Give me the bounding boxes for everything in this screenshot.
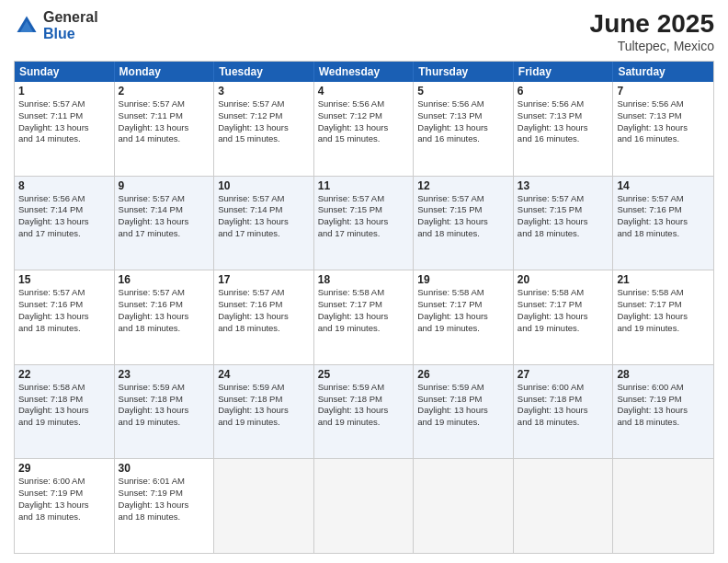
day-info: Sunrise: 5:56 AMSunset: 7:13 PMDaylight:… [417, 98, 509, 145]
day-number: 2 [119, 85, 210, 98]
day-info: Sunrise: 5:58 AMSunset: 7:17 PMDaylight:… [518, 287, 609, 334]
day-number: 11 [318, 179, 410, 192]
day-info: Sunrise: 5:56 AMSunset: 7:14 PMDaylight:… [18, 193, 110, 240]
day-number: 20 [518, 273, 609, 286]
day-info: Sunrise: 5:56 AMSunset: 7:12 PMDaylight:… [318, 98, 410, 145]
page: General Blue June 2025 Tultepec, Mexico … [0, 0, 728, 563]
calendar-row: 1Sunrise: 5:57 AMSunset: 7:11 PMDaylight… [15, 82, 713, 176]
calendar-row: 15Sunrise: 5:57 AMSunset: 7:16 PMDayligh… [15, 270, 713, 364]
title-block: June 2025 Tultepec, Mexico [590, 9, 714, 53]
cal-cell: 19Sunrise: 5:58 AMSunset: 7:17 PMDayligh… [414, 270, 514, 364]
day-info: Sunrise: 5:58 AMSunset: 7:17 PMDaylight:… [617, 287, 710, 334]
day-number: 6 [518, 85, 609, 98]
day-number: 18 [318, 273, 410, 286]
cal-cell [613, 459, 713, 553]
cal-cell: 20Sunrise: 5:58 AMSunset: 7:17 PMDayligh… [514, 270, 614, 364]
day-number: 3 [218, 85, 310, 98]
day-number: 27 [518, 368, 609, 381]
day-info: Sunrise: 6:00 AMSunset: 7:19 PMDaylight:… [617, 382, 710, 429]
day-number: 19 [417, 273, 509, 286]
cal-cell: 26Sunrise: 5:59 AMSunset: 7:18 PMDayligh… [414, 365, 514, 459]
cal-cell: 16Sunrise: 5:57 AMSunset: 7:16 PMDayligh… [115, 270, 215, 364]
cal-header-cell: Saturday [613, 62, 713, 82]
day-info: Sunrise: 5:59 AMSunset: 7:18 PMDaylight:… [119, 382, 210, 429]
day-info: Sunrise: 5:57 AMSunset: 7:15 PMDaylight:… [417, 193, 509, 240]
day-info: Sunrise: 5:57 AMSunset: 7:11 PMDaylight:… [119, 98, 210, 145]
day-number: 21 [617, 273, 710, 286]
cal-cell: 3Sunrise: 5:57 AMSunset: 7:12 PMDaylight… [214, 82, 314, 176]
calendar: SundayMondayTuesdayWednesdayThursdayFrid… [14, 61, 714, 554]
cal-cell: 28Sunrise: 6:00 AMSunset: 7:19 PMDayligh… [613, 365, 713, 459]
calendar-header-row: SundayMondayTuesdayWednesdayThursdayFrid… [15, 62, 713, 82]
day-info: Sunrise: 5:57 AMSunset: 7:11 PMDaylight:… [18, 98, 110, 145]
cal-cell: 8Sunrise: 5:56 AMSunset: 7:14 PMDaylight… [15, 177, 115, 270]
cal-cell: 13Sunrise: 5:57 AMSunset: 7:15 PMDayligh… [514, 177, 614, 270]
day-number: 22 [18, 368, 110, 381]
subtitle: Tultepec, Mexico [590, 39, 714, 53]
day-info: Sunrise: 5:56 AMSunset: 7:13 PMDaylight:… [518, 98, 609, 145]
day-number: 9 [119, 179, 210, 192]
day-number: 16 [119, 273, 210, 286]
cal-header-cell: Sunday [15, 62, 115, 82]
cal-cell: 5Sunrise: 5:56 AMSunset: 7:13 PMDaylight… [414, 82, 514, 176]
logo-text: General Blue [43, 9, 98, 41]
cal-header-cell: Friday [514, 62, 614, 82]
day-number: 5 [417, 85, 509, 98]
day-info: Sunrise: 5:57 AMSunset: 7:12 PMDaylight:… [218, 98, 310, 145]
day-info: Sunrise: 5:57 AMSunset: 7:16 PMDaylight:… [617, 193, 710, 240]
day-number: 25 [318, 368, 410, 381]
cal-cell: 14Sunrise: 5:57 AMSunset: 7:16 PMDayligh… [613, 177, 713, 270]
logo-icon [14, 13, 40, 39]
day-info: Sunrise: 5:59 AMSunset: 7:18 PMDaylight:… [417, 382, 509, 429]
cal-cell: 6Sunrise: 5:56 AMSunset: 7:13 PMDaylight… [514, 82, 614, 176]
cal-cell: 4Sunrise: 5:56 AMSunset: 7:12 PMDaylight… [314, 82, 415, 176]
day-info: Sunrise: 6:00 AMSunset: 7:18 PMDaylight:… [518, 382, 609, 429]
calendar-row: 22Sunrise: 5:58 AMSunset: 7:18 PMDayligh… [15, 364, 713, 459]
cal-cell: 17Sunrise: 5:57 AMSunset: 7:16 PMDayligh… [214, 270, 314, 364]
day-number: 13 [518, 179, 609, 192]
day-number: 8 [18, 179, 110, 192]
cal-cell [414, 459, 514, 553]
logo: General Blue [14, 9, 98, 41]
cal-cell: 23Sunrise: 5:59 AMSunset: 7:18 PMDayligh… [115, 365, 215, 459]
calendar-row: 29Sunrise: 6:00 AMSunset: 7:19 PMDayligh… [15, 458, 713, 553]
day-number: 29 [18, 462, 110, 475]
day-info: Sunrise: 5:57 AMSunset: 7:16 PMDaylight:… [18, 287, 110, 334]
main-title: June 2025 [590, 9, 714, 39]
cal-cell: 11Sunrise: 5:57 AMSunset: 7:15 PMDayligh… [314, 177, 415, 270]
day-number: 24 [218, 368, 310, 381]
day-info: Sunrise: 5:58 AMSunset: 7:17 PMDaylight:… [318, 287, 410, 334]
day-number: 28 [617, 368, 710, 381]
day-info: Sunrise: 5:57 AMSunset: 7:15 PMDaylight:… [518, 193, 609, 240]
cal-cell: 1Sunrise: 5:57 AMSunset: 7:11 PMDaylight… [15, 82, 115, 176]
day-number: 12 [417, 179, 509, 192]
day-info: Sunrise: 6:00 AMSunset: 7:19 PMDaylight:… [18, 476, 110, 523]
day-info: Sunrise: 5:57 AMSunset: 7:14 PMDaylight:… [218, 193, 310, 240]
cal-cell: 9Sunrise: 5:57 AMSunset: 7:14 PMDaylight… [115, 177, 215, 270]
day-number: 14 [617, 179, 710, 192]
day-number: 4 [318, 85, 410, 98]
calendar-body: 1Sunrise: 5:57 AMSunset: 7:11 PMDaylight… [15, 82, 713, 553]
cal-cell: 27Sunrise: 6:00 AMSunset: 7:18 PMDayligh… [514, 365, 614, 459]
cal-cell [214, 459, 314, 553]
cal-cell: 25Sunrise: 5:59 AMSunset: 7:18 PMDayligh… [314, 365, 415, 459]
day-number: 30 [119, 462, 210, 475]
day-number: 10 [218, 179, 310, 192]
day-info: Sunrise: 5:57 AMSunset: 7:16 PMDaylight:… [218, 287, 310, 334]
day-info: Sunrise: 5:57 AMSunset: 7:14 PMDaylight:… [119, 193, 210, 240]
day-number: 17 [218, 273, 310, 286]
day-info: Sunrise: 5:59 AMSunset: 7:18 PMDaylight:… [218, 382, 310, 429]
cal-cell: 12Sunrise: 5:57 AMSunset: 7:15 PMDayligh… [414, 177, 514, 270]
day-number: 7 [617, 85, 710, 98]
cal-header-cell: Thursday [414, 62, 514, 82]
cal-cell [514, 459, 614, 553]
cal-cell: 15Sunrise: 5:57 AMSunset: 7:16 PMDayligh… [15, 270, 115, 364]
day-info: Sunrise: 5:57 AMSunset: 7:15 PMDaylight:… [318, 193, 410, 240]
day-info: Sunrise: 5:58 AMSunset: 7:17 PMDaylight:… [417, 287, 509, 334]
cal-cell [314, 459, 415, 553]
cal-cell: 24Sunrise: 5:59 AMSunset: 7:18 PMDayligh… [214, 365, 314, 459]
day-number: 23 [119, 368, 210, 381]
cal-cell: 22Sunrise: 5:58 AMSunset: 7:18 PMDayligh… [15, 365, 115, 459]
day-info: Sunrise: 5:59 AMSunset: 7:18 PMDaylight:… [318, 382, 410, 429]
cal-cell: 10Sunrise: 5:57 AMSunset: 7:14 PMDayligh… [214, 177, 314, 270]
